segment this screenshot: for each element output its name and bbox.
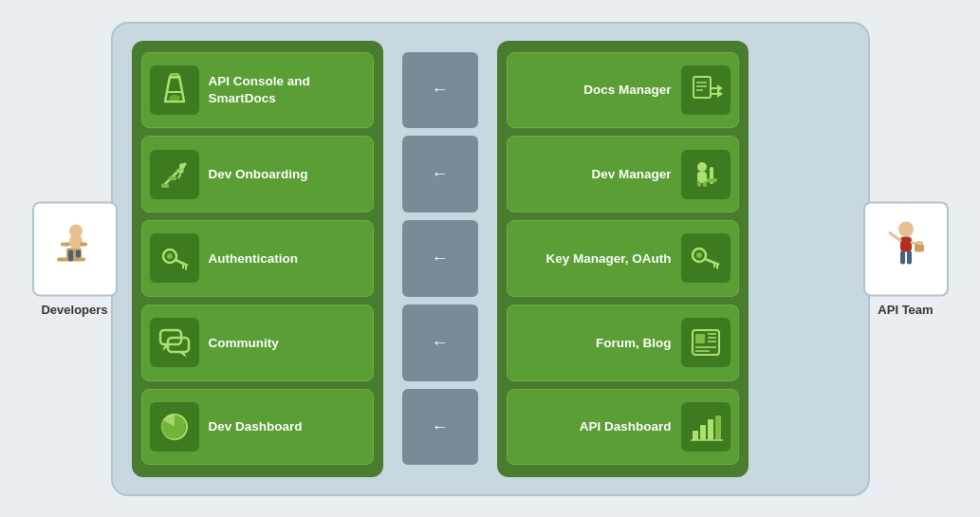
svg-rect-43	[697, 181, 701, 187]
right-figure: API Team	[863, 201, 949, 316]
arrow-4: ←	[402, 305, 478, 381]
main-box: Developers API Console and SmartDocs	[111, 22, 870, 496]
bar-chart-svg	[689, 410, 723, 444]
bar-chart-icon	[681, 402, 730, 452]
dev-dashboard-label: Dev Dashboard	[209, 418, 303, 435]
api-team-box	[863, 201, 949, 296]
svg-line-20	[177, 171, 180, 172]
news-svg	[689, 325, 723, 360]
forum-blog-label: Forum, Blog	[596, 335, 672, 352]
svg-line-19	[178, 175, 180, 178]
svg-point-22	[167, 253, 173, 259]
svg-rect-40	[706, 178, 717, 182]
svg-rect-5	[76, 250, 81, 258]
pie-chart-icon	[150, 402, 199, 452]
news-icon	[681, 318, 730, 367]
svg-rect-59	[708, 419, 713, 440]
developer-icon	[49, 218, 101, 280]
svg-point-17	[179, 163, 185, 169]
chat-icon	[150, 318, 199, 367]
svg-point-11	[169, 95, 180, 101]
docs-icon	[681, 65, 730, 115]
authentication-label: Authentication	[209, 250, 299, 268]
api-dashboard-label: API Dashboard	[580, 418, 672, 435]
svg-rect-67	[907, 251, 912, 265]
arrow-2: ←	[402, 136, 478, 212]
docs-manager-item: Docs Manager	[507, 52, 739, 129]
api-team-label: API Team	[878, 302, 933, 316]
center-connectors: ← ← ← ← ←	[383, 41, 497, 477]
person-desk-icon	[681, 150, 730, 199]
dev-onboarding-item: Dev Onboarding	[141, 136, 374, 212]
svg-rect-58	[700, 425, 706, 440]
api-team-icon	[880, 218, 932, 280]
developers-label: Developers	[41, 302, 107, 316]
arrow-1: ←	[402, 52, 478, 129]
svg-rect-44	[703, 181, 707, 187]
escalator-svg	[157, 157, 192, 192]
authentication-item: Authentication	[141, 220, 374, 297]
key-manager-item: Key Manager, OAuth	[507, 220, 739, 297]
key-oauth-svg	[689, 241, 723, 275]
arrow-5: ←	[402, 389, 478, 466]
key-icon	[150, 233, 199, 283]
docs-svg	[689, 73, 723, 107]
dev-manager-item: Dev Manager	[507, 136, 739, 212]
dev-onboarding-label: Dev Onboarding	[209, 166, 308, 183]
right-panel: Docs Manager D	[497, 41, 749, 477]
svg-rect-66	[900, 251, 905, 265]
svg-rect-60	[715, 415, 721, 440]
key-manager-label: Key Manager, OAuth	[545, 250, 671, 268]
svg-rect-7	[80, 243, 87, 247]
api-console-item: API Console and SmartDocs	[141, 52, 374, 129]
svg-rect-6	[61, 243, 70, 247]
svg-line-23	[176, 260, 188, 266]
flask-icon	[150, 65, 199, 115]
svg-point-3	[69, 225, 83, 238]
person-desk-svg	[689, 157, 723, 192]
dev-manager-label: Dev Manager	[591, 166, 671, 183]
svg-point-46	[696, 252, 702, 258]
svg-rect-14	[161, 184, 169, 188]
svg-rect-31	[693, 77, 711, 98]
pie-chart-svg	[157, 410, 192, 444]
svg-line-64	[890, 233, 900, 241]
svg-rect-15	[169, 176, 176, 180]
svg-rect-51	[695, 334, 705, 343]
svg-marker-38	[717, 90, 723, 98]
left-figure: Developers	[32, 201, 118, 316]
community-label: Community	[209, 335, 279, 352]
left-panel: API Console and SmartDocs	[132, 41, 383, 477]
svg-rect-68	[915, 245, 924, 252]
svg-rect-57	[693, 431, 698, 440]
key-oauth-icon	[681, 233, 730, 283]
api-dashboard-item: API Dashboard	[507, 389, 739, 466]
chat-svg	[157, 325, 192, 360]
developers-box	[32, 201, 118, 296]
dev-dashboard-item: Dev Dashboard	[141, 389, 374, 466]
diagram-container: Developers API Console and SmartDocs	[26, 12, 955, 506]
docs-manager-label: Docs Manager	[583, 82, 671, 99]
svg-point-62	[898, 222, 914, 237]
svg-rect-4	[68, 250, 73, 262]
arrow-3: ←	[402, 220, 478, 297]
flask-svg	[157, 73, 192, 107]
key-svg	[157, 241, 192, 275]
api-console-label: API Console and SmartDocs	[209, 73, 365, 106]
svg-rect-63	[900, 237, 912, 252]
svg-point-41	[697, 162, 707, 172]
community-item: Community	[141, 305, 374, 381]
forum-blog-item: Forum, Blog	[507, 305, 739, 381]
escalator-icon	[150, 150, 199, 199]
svg-line-47	[705, 259, 719, 265]
